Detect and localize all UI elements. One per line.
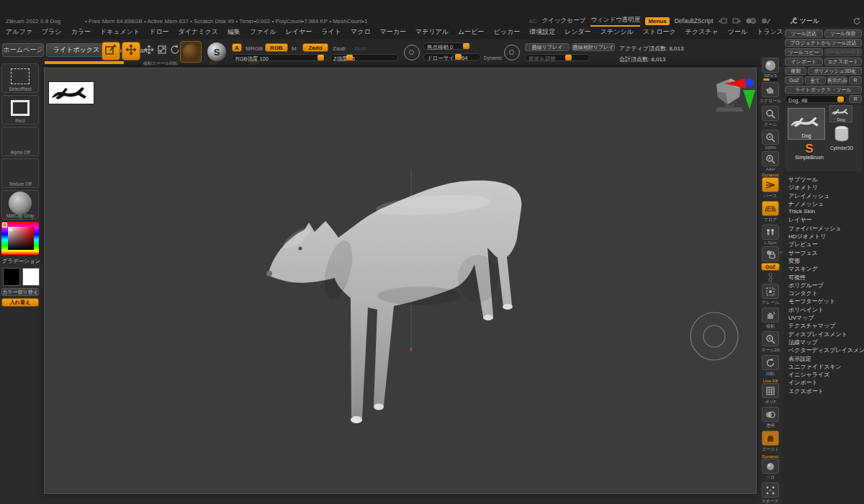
- menu-tool[interactable]: ツール: [728, 27, 747, 37]
- rgb-intensity-slider[interactable]: RGB強度 100: [232, 54, 327, 61]
- section-fibermesh[interactable]: ファイバーメッシュ: [785, 225, 862, 233]
- menu-texture[interactable]: テクスチャ: [685, 27, 719, 37]
- prev-doc-icon[interactable]: [719, 18, 727, 24]
- draw-size-handle[interactable]: [455, 54, 462, 60]
- floor-button[interactable]: フロア: [762, 201, 779, 223]
- section-contact[interactable]: コンタクト: [785, 289, 862, 297]
- section-vector-displacement[interactable]: ベクターディスプレイスメント: [785, 346, 862, 354]
- texture-off-button[interactable]: Texture Off: [1, 158, 39, 188]
- menu-stroke[interactable]: ストローク: [643, 27, 676, 37]
- spix-slider[interactable]: [763, 78, 778, 81]
- move-canvas-button[interactable]: 移動: [762, 307, 779, 330]
- section-layers[interactable]: レイヤー: [785, 216, 862, 224]
- rect-stroke-button[interactable]: Rect: [1, 95, 39, 125]
- zadd-toggle[interactable]: Zadd: [302, 43, 328, 52]
- main-color-swatch[interactable]: [3, 268, 20, 286]
- frame-button[interactable]: フレーム: [762, 284, 779, 306]
- next-doc-icon[interactable]: [732, 18, 741, 24]
- goz-visible-button[interactable]: 表示のみ: [827, 76, 848, 84]
- aahalf-button[interactable]: AAH: [762, 151, 779, 171]
- polyframe-button[interactable]: Line Fill ポリF: [762, 379, 779, 405]
- tool-index-slider[interactable]: Dog. 48: [785, 95, 847, 103]
- section-texture-map[interactable]: テクスチャマップ: [785, 322, 862, 330]
- section-array-mesh[interactable]: アレイメッシュ: [785, 192, 862, 200]
- menu-marker[interactable]: マーカー: [380, 27, 406, 37]
- goz-button[interactable]: GoZ: [761, 263, 780, 271]
- edit-mode-button[interactable]: 編集: [102, 42, 120, 60]
- cylinder3d-thumbnail[interactable]: Cylinder3D: [828, 125, 855, 150]
- zoom3d-button[interactable]: ズーム3D: [761, 331, 780, 354]
- section-polygroups[interactable]: ポリグループ: [785, 282, 862, 289]
- current-material-button[interactable]: [180, 41, 202, 63]
- lightbox-thumbnail[interactable]: [49, 82, 94, 104]
- menu-file[interactable]: ファイル: [250, 27, 276, 37]
- default-zscript-button[interactable]: DefaultZScript: [675, 17, 714, 24]
- menu-brush[interactable]: ブラシ: [42, 27, 62, 37]
- gradient-label[interactable]: グラデーション: [1, 258, 41, 265]
- dog-model[interactable]: [266, 181, 521, 423]
- spix-control[interactable]: SPix 3: [762, 58, 779, 81]
- goz-r-button[interactable]: R: [849, 76, 862, 84]
- section-uv-map[interactable]: UVマップ: [785, 314, 862, 322]
- lightbox-tool-button[interactable]: ライトボックス・ツール: [785, 86, 862, 94]
- menu-picker[interactable]: ピッカー: [494, 27, 521, 37]
- menu-color[interactable]: カラー: [71, 27, 90, 37]
- tool-index-handle[interactable]: [837, 96, 844, 102]
- navigation-widget[interactable]: [690, 312, 738, 360]
- section-initialize[interactable]: イニシャライズ: [785, 371, 862, 379]
- recent-tool-thumbnail[interactable]: Dog: [829, 105, 852, 122]
- color-a-toggle[interactable]: A: [232, 43, 242, 52]
- switch-color-button[interactable]: カラー切り替え: [1, 288, 39, 296]
- quicksave-button[interactable]: クイックセーブ: [542, 17, 586, 25]
- section-deformation[interactable]: 変形: [785, 257, 862, 265]
- goz-all-button[interactable]: 全て: [805, 76, 826, 84]
- load-from-project-button[interactable]: プロジェクトからツール読込: [785, 39, 862, 47]
- goz-tool-button[interactable]: GoZ: [785, 76, 804, 84]
- load-tool-button[interactable]: ツール読込: [785, 30, 823, 37]
- make-polymesh3d-button[interactable]: ポリメッシュ3D化: [808, 67, 862, 75]
- menu-movie[interactable]: ムービー: [458, 27, 484, 37]
- xpose-button[interactable]: Xポーズ: [762, 482, 779, 504]
- brush-pair-icon[interactable]: [761, 17, 771, 24]
- section-geometry[interactable]: ジオメトリ: [785, 184, 862, 192]
- section-nanomesh[interactable]: ナノメッシュ: [785, 200, 862, 208]
- section-masking[interactable]: マスキング: [785, 265, 862, 273]
- mrgb-toggle[interactable]: MRGB: [246, 45, 263, 52]
- refresh-icon[interactable]: [853, 17, 861, 25]
- transparency-button[interactable]: 透明: [762, 407, 779, 429]
- section-hd-geometry[interactable]: HDジオメトリ: [785, 233, 862, 240]
- solo-button[interactable]: Dynamic ソロ: [762, 454, 779, 481]
- focal-shift-slider[interactable]: 焦点移動 0: [423, 42, 471, 50]
- section-displacement[interactable]: ディスプレイスメント: [785, 330, 862, 338]
- import-button[interactable]: インポート: [785, 58, 823, 66]
- local-symmetry-button[interactable]: L.Sym: [762, 225, 779, 245]
- actual-size-button[interactable]: 100%: [762, 130, 779, 150]
- section-export[interactable]: エクスポート: [785, 387, 862, 395]
- ghost-button[interactable]: ゴースト: [762, 431, 779, 453]
- tab-lightbox[interactable]: ライトボックス: [46, 43, 107, 57]
- section-preview[interactable]: プレビュー: [785, 240, 862, 248]
- persp-button[interactable]: Dynamic パース: [762, 173, 779, 199]
- swap-color-button[interactable]: 入れ替え: [1, 298, 39, 307]
- simplebrush-thumbnail[interactable]: S SimpleBrush: [795, 143, 824, 160]
- menu-draw[interactable]: ドロー: [149, 27, 168, 37]
- menu-layer[interactable]: レイヤー: [286, 27, 312, 37]
- selectrect-tool-button[interactable]: SelectRect: [1, 63, 39, 93]
- save-tool-button[interactable]: ツール保存: [824, 30, 863, 37]
- move-mode-button[interactable]: [143, 44, 156, 55]
- current-tool-thumbnail[interactable]: Dog: [788, 108, 825, 140]
- draw-mode-button[interactable]: 描画: [122, 42, 140, 60]
- menu-alpha[interactable]: アルファ: [6, 27, 32, 37]
- section-subtool[interactable]: サブツール: [785, 176, 862, 184]
- section-display-properties[interactable]: 表示設定: [785, 355, 862, 363]
- paste-tool-button[interactable]: ツールペースト: [824, 48, 863, 56]
- curve-replay-button[interactable]: 曲線リプレイ: [525, 43, 570, 51]
- section-morph-target[interactable]: モーフターゲット: [785, 297, 862, 305]
- matcap-gray-button[interactable]: MatCap Gray: [1, 190, 39, 220]
- alpha-off-button[interactable]: Alpha Off: [1, 127, 39, 156]
- menu-dynamics[interactable]: ダイナミクス: [179, 27, 218, 37]
- export-button[interactable]: エクスポート: [824, 58, 863, 66]
- lock-camera-button[interactable]: [762, 246, 779, 261]
- section-thick-skin[interactable]: Thick Skin: [785, 208, 862, 216]
- curve-mode-icon[interactable]: [504, 45, 520, 60]
